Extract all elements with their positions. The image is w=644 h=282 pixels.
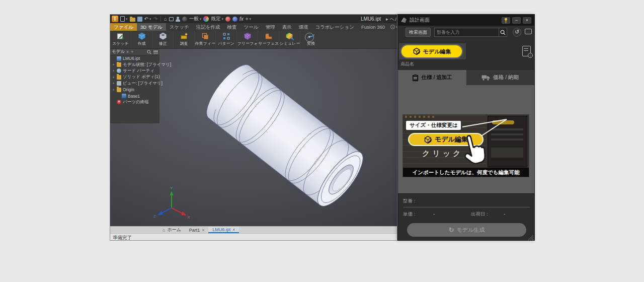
promo-caption: インポートしたモデルは、何度でも編集可能 xyxy=(403,168,529,177)
undo-icon[interactable]: ↶ xyxy=(144,15,148,23)
tab-spec[interactable]: 仕様 / 追加工 xyxy=(398,70,466,85)
quote-document-icon[interactable]: ↓ xyxy=(522,46,531,56)
browser-menu-icon[interactable] xyxy=(153,50,158,54)
undo-dropdown-icon[interactable]: ▾ xyxy=(149,17,151,21)
end-of-part-icon xyxy=(117,100,121,104)
ribbon-button-sketch[interactable]: スケッチ xyxy=(110,31,131,48)
search-screen-button[interactable]: 検索画面 xyxy=(406,28,431,37)
ribbon-button-pattern[interactable]: パターン xyxy=(216,31,237,48)
browser-add-icon[interactable]: + xyxy=(131,49,133,54)
help-arrow-icon: ▸ xyxy=(386,16,388,22)
ribbon-display-toggle[interactable]: ▾ xyxy=(390,23,397,31)
ribbon-button-inspect[interactable]: 調査 xyxy=(174,31,195,48)
tab-3d-model[interactable]: 3D モデル xyxy=(137,23,166,31)
adjust-red-icon[interactable] xyxy=(225,17,230,22)
tab-tools[interactable]: ツール xyxy=(240,23,262,31)
app-titlebar: I ▾ ↶ ▾ ↷ ⌂ 一般 ▾ 既定 ▾ fx + ▾ LMU6.ipt ▸ … xyxy=(110,15,397,23)
tab-collaborate[interactable]: コラボレーション xyxy=(311,23,358,31)
minimize-button[interactable]: – xyxy=(512,17,521,24)
ribbon-expand-dropdown-icon: ▾ xyxy=(308,35,310,39)
inventor-logo-icon[interactable]: I xyxy=(112,16,118,22)
tree-item-base-feature[interactable]: Base1 xyxy=(110,93,159,99)
home-view-icon[interactable]: ⌂ xyxy=(164,15,167,23)
help-label: ヘルプを xyxy=(389,16,397,22)
resize-grip[interactable] xyxy=(528,235,533,240)
part-number-input[interactable] xyxy=(434,28,499,37)
status-text: 準備完了 xyxy=(113,235,132,240)
close-button[interactable]: × xyxy=(523,17,531,24)
help-menu[interactable]: ▸ ヘルプを xyxy=(386,15,397,23)
parameters-fx-button[interactable]: fx xyxy=(239,16,244,22)
material-sphere-icon[interactable] xyxy=(182,17,187,22)
cube-edit-icon xyxy=(424,135,432,144)
ribbon-button-freeform[interactable]: フリーフォー... xyxy=(237,31,258,48)
pin-button[interactable] xyxy=(502,17,510,24)
quickbar-dropdown-icon[interactable]: ▾ xyxy=(250,17,252,21)
tab-sketch[interactable]: スケッチ xyxy=(166,23,193,31)
simulation-icon xyxy=(286,32,294,41)
tab-manage[interactable]: 管理 xyxy=(262,23,278,31)
open-file-icon[interactable] xyxy=(130,18,135,22)
new-file-icon[interactable] xyxy=(120,16,125,22)
tree-item-model-states[interactable]: +モデル状態: [プライマリ] xyxy=(110,61,159,67)
tab-annotate[interactable]: 注記を作成 xyxy=(193,23,224,31)
save-icon[interactable] xyxy=(137,17,142,22)
adjust-blue-icon[interactable] xyxy=(232,17,237,22)
part-document-icon xyxy=(117,56,121,61)
browser-search-icon[interactable] xyxy=(147,50,151,54)
tree-item-end-of-part[interactable]: パーツの終端 xyxy=(110,99,159,105)
collaborate-icon[interactable] xyxy=(176,17,180,22)
new-file-dropdown-icon[interactable]: ▾ xyxy=(126,17,128,21)
ribbon-button-work-features[interactable]: 作業フィー... xyxy=(195,31,216,48)
tab-price[interactable]: 価格 / 納期 xyxy=(466,70,535,85)
axis-x-label: X xyxy=(187,215,190,220)
unit-price-label: 単価 : xyxy=(403,211,415,218)
inventor-window: I ▾ ↶ ▾ ↷ ⌂ 一般 ▾ 既定 ▾ fx + ▾ LMU6.ipt ▸ … xyxy=(110,14,397,241)
close-icon: × xyxy=(526,18,528,23)
model-edit-button[interactable]: モデル編集 xyxy=(401,45,462,57)
tree-item-document[interactable]: LMU6.ipt xyxy=(110,55,159,61)
generate-model-button[interactable]: ↻ モデル生成 xyxy=(407,223,526,237)
material-select[interactable]: 一般 xyxy=(189,16,199,22)
home-icon: ⌂ xyxy=(163,228,165,233)
comment-icon: … xyxy=(526,29,530,33)
measure-plus-icon[interactable]: + xyxy=(246,15,249,23)
base-feature-icon xyxy=(122,94,126,98)
tree-item-view[interactable]: +ビュー: [プライマリ] xyxy=(110,81,159,87)
ribbon-button-create[interactable]: 作成 xyxy=(131,31,152,48)
browser-header: モデル × + xyxy=(110,49,159,55)
ribbon-button-simulation[interactable]: シミュレー... xyxy=(279,31,300,48)
redo-icon[interactable]: ↷ xyxy=(153,15,157,23)
close-tab-icon[interactable]: × xyxy=(202,228,204,233)
search-submit-button[interactable] xyxy=(499,28,507,37)
material-dropdown-icon[interactable]: ▾ xyxy=(200,17,202,21)
tree-item-third-party[interactable]: +サード パーティ xyxy=(110,68,159,74)
close-tab-icon[interactable]: × xyxy=(232,227,235,232)
comment-button[interactable]: … xyxy=(525,29,532,34)
refresh-icon: ↻ xyxy=(449,226,454,234)
doc-tab-home[interactable]: ⌂ホーム xyxy=(158,227,185,233)
appearance-dropdown-icon[interactable]: ▾ xyxy=(221,17,223,21)
ribbon-button-surface[interactable]: サーフェス xyxy=(258,31,279,48)
ribbon-expand-button[interactable]: ▾ xyxy=(305,33,314,42)
tab-view[interactable]: 表示 xyxy=(278,23,295,31)
tab-inspect[interactable]: 検査 xyxy=(223,23,240,31)
tab-environments[interactable]: 環境 xyxy=(295,23,311,31)
third-party-icon xyxy=(117,68,121,73)
history-button[interactable]: ↺ xyxy=(513,28,521,37)
tab-fusion360[interactable]: Fusion 360 xyxy=(358,23,388,31)
color-wheel-icon[interactable] xyxy=(203,16,209,22)
tree-item-origin[interactable]: +Origin xyxy=(110,87,159,93)
appearance-select[interactable]: 既定 xyxy=(211,16,220,22)
tab-file[interactable]: ファイル xyxy=(110,23,137,31)
doc-tab-part1[interactable]: Part1× xyxy=(185,227,208,233)
browser-tab-model[interactable]: モデル xyxy=(112,49,125,55)
tree-item-solid-bodies[interactable]: +ソリッド ボディ(1) xyxy=(110,74,159,80)
browser-close-icon[interactable]: × xyxy=(126,49,129,54)
panel-titlebar: 設計画面 – × xyxy=(398,15,534,26)
status-bar: 準備完了 xyxy=(110,233,397,241)
panel-tabs: 仕様 / 追加工 価格 / 納期 xyxy=(398,70,534,85)
ribbon-button-modify[interactable]: 修正 xyxy=(152,31,174,48)
doc-tab-lmu6[interactable]: LMU6.ipt× xyxy=(208,227,239,233)
screen-icon[interactable] xyxy=(169,17,174,21)
